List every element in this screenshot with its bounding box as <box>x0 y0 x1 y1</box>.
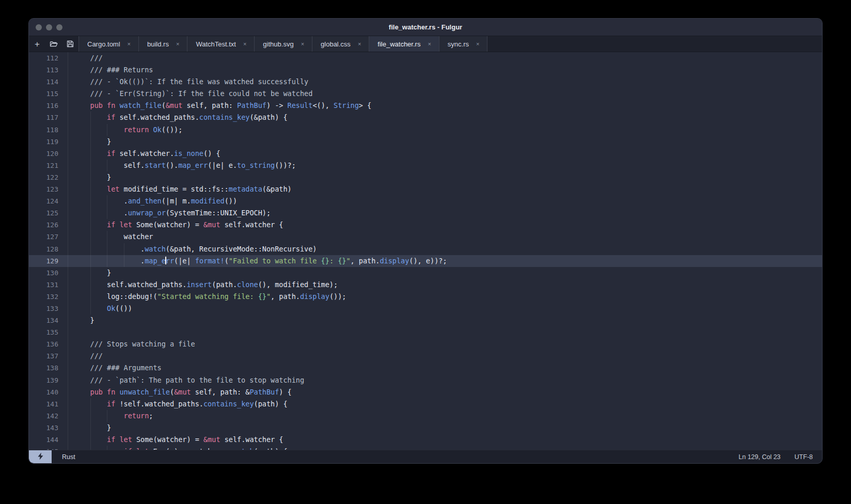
line-number[interactable]: 136 <box>29 338 68 350</box>
new-file-button[interactable]: + <box>29 36 45 52</box>
code-line-144[interactable]: 144 if let Some(watcher) = &mut self.wat… <box>29 434 822 446</box>
tab-close-icon[interactable]: × <box>300 40 306 48</box>
save-button[interactable] <box>62 36 78 52</box>
code-line-142[interactable]: 142 return; <box>29 410 822 422</box>
tab-close-icon[interactable]: × <box>126 40 132 48</box>
line-number[interactable]: 132 <box>29 291 68 303</box>
tab-close-icon[interactable]: × <box>356 40 363 48</box>
code-line-119[interactable]: 119 } <box>29 136 822 148</box>
line-number[interactable]: 127 <box>29 231 68 243</box>
code-line-133[interactable]: 133 Ok(()) <box>29 303 822 314</box>
line-number[interactable]: 114 <box>29 76 68 88</box>
line-number[interactable]: 137 <box>29 350 68 362</box>
minimize-window-button[interactable] <box>46 24 52 30</box>
code-line-130[interactable]: 130 } <box>29 267 822 279</box>
code-line-118[interactable]: 118 return Ok(()); <box>29 124 822 136</box>
tab-close-icon[interactable]: × <box>475 40 481 48</box>
code-line-124[interactable]: 124 .and_then(|m| m.modified()) <box>29 195 822 207</box>
tab-close-icon[interactable]: × <box>242 40 248 48</box>
tab-cargo-toml[interactable]: Cargo.toml× <box>78 36 138 52</box>
line-number[interactable]: 117 <box>29 112 68 123</box>
code-text: .and_then(|m| m.modified()) <box>68 195 822 207</box>
code-line-138[interactable]: 138 /// ### Arguments <box>29 362 822 374</box>
code-line-140[interactable]: 140 pub fn unwatch_file(&mut self, path:… <box>29 386 822 398</box>
code-line-129[interactable]: 129 .map_err(|e| format!("Failed to watc… <box>29 255 822 267</box>
line-number[interactable]: 138 <box>29 362 68 374</box>
line-number[interactable]: 131 <box>29 279 68 291</box>
line-number[interactable]: 130 <box>29 267 68 279</box>
code-line-136[interactable]: 136 /// Stops watching a file <box>29 338 822 350</box>
line-number[interactable]: 133 <box>29 303 68 314</box>
code-line-135[interactable]: 135 <box>29 326 822 338</box>
code-line-120[interactable]: 120 if self.watcher.is_none() { <box>29 148 822 160</box>
language-label[interactable]: Rust <box>62 453 75 461</box>
tab-label: github.svg <box>263 40 293 48</box>
tab-sync-rs[interactable]: sync.rs× <box>439 36 488 52</box>
encoding-label[interactable]: UTF-8 <box>795 453 813 461</box>
line-number[interactable]: 115 <box>29 88 68 100</box>
line-number[interactable]: 113 <box>29 64 68 76</box>
cursor-position-label[interactable]: Ln 129, Col 23 <box>738 453 780 461</box>
line-number[interactable]: 121 <box>29 160 68 171</box>
zoom-window-button[interactable] <box>56 24 62 30</box>
line-number[interactable]: 134 <box>29 314 68 326</box>
code-line-126[interactable]: 126 if let Some(watcher) = &mut self.wat… <box>29 219 822 231</box>
code-line-115[interactable]: 115 /// - `Err(String)`: If the file cou… <box>29 88 822 100</box>
code-line-112[interactable]: 112 /// <box>29 52 822 64</box>
line-number[interactable]: 122 <box>29 171 68 183</box>
line-number[interactable]: 119 <box>29 136 68 148</box>
code-line-127[interactable]: 127 watcher <box>29 231 822 243</box>
line-number[interactable]: 143 <box>29 422 68 434</box>
close-window-button[interactable] <box>36 24 42 30</box>
code-line-114[interactable]: 114 /// - `Ok(())`: If the file was watc… <box>29 76 822 88</box>
tab-build-rs[interactable]: build.rs× <box>138 36 187 52</box>
code-line-113[interactable]: 113 /// ### Returns <box>29 64 822 76</box>
save-icon <box>67 40 74 48</box>
line-number[interactable]: 118 <box>29 124 68 136</box>
line-number[interactable]: 126 <box>29 219 68 231</box>
line-number[interactable]: 124 <box>29 195 68 207</box>
code-line-137[interactable]: 137 /// <box>29 350 822 362</box>
code-text: pub fn watch_file(&mut self, path: PathB… <box>68 100 822 112</box>
line-number[interactable]: 120 <box>29 148 68 160</box>
line-number[interactable]: 140 <box>29 386 68 398</box>
line-number[interactable]: 125 <box>29 207 68 219</box>
line-number[interactable]: 139 <box>29 374 68 386</box>
line-number[interactable]: 145 <box>29 446 68 450</box>
code-text: return; <box>68 410 822 422</box>
code-line-116[interactable]: 116 pub fn watch_file(&mut self, path: P… <box>29 100 822 112</box>
line-number[interactable]: 135 <box>29 326 68 338</box>
code-line-143[interactable]: 143 } <box>29 422 822 434</box>
tab-github-svg[interactable]: github.svg× <box>254 36 312 52</box>
open-folder-button[interactable] <box>45 36 62 52</box>
code-line-121[interactable]: 121 self.start().map_err(|e| e.to_string… <box>29 160 822 171</box>
line-number[interactable]: 141 <box>29 398 68 410</box>
line-number[interactable]: 116 <box>29 100 68 112</box>
line-number[interactable]: 123 <box>29 183 68 195</box>
line-number[interactable]: 129 <box>29 255 68 267</box>
tab-watchtest-txt[interactable]: WatchTest.txt× <box>187 36 254 52</box>
line-number[interactable]: 142 <box>29 410 68 422</box>
code-editor[interactable]: 112 ///113 /// ### Returns114 /// - `Ok(… <box>29 52 822 450</box>
code-line-122[interactable]: 122 } <box>29 171 822 183</box>
code-line-125[interactable]: 125 .unwrap_or(SystemTime::UNIX_EPOCH); <box>29 207 822 219</box>
code-line-123[interactable]: 123 let modified_time = std::fs::metadat… <box>29 183 822 195</box>
tab-bar: + Cargo.toml×build.rs×WatchTest.txt×gith… <box>29 36 822 52</box>
code-line-139[interactable]: 139 /// - `path`: The path to the file t… <box>29 374 822 386</box>
language-badge[interactable] <box>29 450 52 463</box>
code-line-131[interactable]: 131 self.watched_paths.insert(path.clone… <box>29 279 822 291</box>
titlebar[interactable]: file_watcher.rs - Fulgur <box>29 19 822 36</box>
tab-global-css[interactable]: global.css× <box>312 36 369 52</box>
code-line-128[interactable]: 128 .watch(&path, RecursiveMode::NonRecu… <box>29 243 822 255</box>
line-number[interactable]: 128 <box>29 243 68 255</box>
line-number[interactable]: 112 <box>29 52 68 64</box>
code-line-117[interactable]: 117 if self.watched_paths.contains_key(&… <box>29 112 822 123</box>
code-line-145[interactable]: 145 if let Err(e) = watcher.unwatch(path… <box>29 446 822 450</box>
code-line-141[interactable]: 141 if !self.watched_paths.contains_key(… <box>29 398 822 410</box>
code-line-134[interactable]: 134 } <box>29 314 822 326</box>
tab-close-icon[interactable]: × <box>426 40 432 48</box>
code-line-132[interactable]: 132 log::debug!("Started watching file: … <box>29 291 822 303</box>
line-number[interactable]: 144 <box>29 434 68 446</box>
tab-file-watcher-rs[interactable]: file_watcher.rs× <box>369 36 439 52</box>
tab-close-icon[interactable]: × <box>175 40 181 48</box>
